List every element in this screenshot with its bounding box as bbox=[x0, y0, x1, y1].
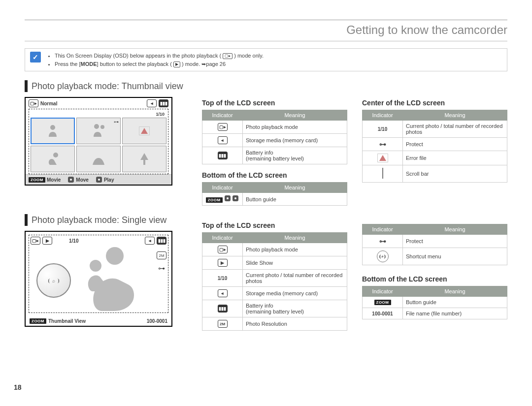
heading-bottom-lcd: Bottom of the LCD screen bbox=[202, 171, 347, 179]
zoom-icon: ZOOM bbox=[206, 197, 223, 203]
scrollbar-icon bbox=[382, 168, 383, 179]
svg-point-0 bbox=[53, 153, 58, 157]
slideshow-icon: ▶ bbox=[218, 259, 228, 267]
photo-count: 1/10 bbox=[31, 111, 166, 118]
card-icon: ◂ bbox=[145, 237, 155, 245]
battery-icon: ▮▮▮ bbox=[218, 305, 228, 312]
thumb-6 bbox=[122, 146, 166, 172]
photo-mode-icon: ▢▸ bbox=[31, 237, 40, 245]
card-icon: ◂ bbox=[218, 136, 228, 144]
protect-icon: ⊶ bbox=[379, 140, 386, 148]
heading-bottom-lcd-2: Bottom of the LCD screen bbox=[362, 275, 507, 283]
photo-mode-icon: ▢▸ bbox=[218, 123, 228, 131]
protect-icon: ⊶ bbox=[158, 264, 165, 272]
protect-icon: ⊶ bbox=[379, 237, 386, 245]
page-number: 18 bbox=[14, 383, 22, 391]
warning-icon bbox=[141, 128, 148, 134]
check-icon: ✓ bbox=[30, 52, 41, 62]
lcd-thumbnail-mock: ▢▸ Normal ◂ ▮▮▮ 1/10 ⊶ bbox=[25, 97, 172, 186]
note-line-2: Press the [MODE] button to select the pl… bbox=[55, 60, 264, 68]
rule-sub bbox=[25, 41, 507, 41]
note-box: ✓ This On Screen Display (OSD) below app… bbox=[25, 48, 507, 71]
table-bottom-2: IndicatorMeaning ZOOMButton guide 100-00… bbox=[362, 286, 507, 319]
heading-center-lcd: Center of the LCD screen bbox=[362, 99, 507, 107]
shortcut-wheel-icon: ⦗⌕⦘ bbox=[36, 263, 71, 298]
battery-icon: ▮▮▮ bbox=[157, 237, 166, 245]
shortcut-wheel-icon: ⦗⌕⦘ bbox=[377, 250, 389, 262]
protect-icon: ⊶ bbox=[114, 119, 119, 125]
card-icon: ◂ bbox=[147, 99, 157, 107]
rule-top bbox=[25, 20, 507, 20]
thumb-5 bbox=[76, 146, 121, 172]
playback-icon: ▶ bbox=[173, 62, 180, 67]
battery-icon: ▮▮▮ bbox=[159, 99, 168, 107]
table-center: IndicatorMeaning 1/10Current photo / tot… bbox=[362, 110, 507, 183]
table-top-2: IndicatorMeaning ▢▸Photo playback mode ▶… bbox=[202, 232, 347, 331]
zoom-icon: ZOOM bbox=[374, 300, 391, 305]
move-dot-icon bbox=[68, 177, 74, 183]
thumb-2: ⊶ bbox=[76, 118, 121, 144]
table-bottom-1: IndicatorMeaning ZOOM Button guide bbox=[202, 182, 347, 206]
table-top-1: IndicatorMeaning ▢▸Photo playback mode ◂… bbox=[202, 110, 347, 164]
file-number: 100-0001 bbox=[147, 318, 167, 324]
note-line-1: This On Screen Display (OSD) below appea… bbox=[55, 52, 264, 60]
zoom-label: ZOOM bbox=[29, 177, 45, 183]
dot-icon bbox=[225, 195, 231, 201]
thumb-3 bbox=[122, 118, 166, 144]
resolution-icon: 2M bbox=[218, 320, 228, 328]
card-icon: ◂ bbox=[218, 289, 228, 297]
section-thumbnail-view: Photo playback mode: Thumbnail view bbox=[25, 80, 507, 92]
warning-icon bbox=[379, 155, 386, 161]
lcd-single-mock: ▢▸ ▶ 1/10 ◂ ▮▮▮ 2M ⊶ ⦗⌕⦘ ZOOM Thumbnai bbox=[25, 231, 172, 327]
section-single-view: Photo playback mode: Single view bbox=[25, 214, 187, 226]
photo-mode-icon: ▢▸ bbox=[223, 53, 233, 59]
slideshow-icon: ▶ bbox=[42, 237, 52, 245]
photo-mode-icon: ▢▸ bbox=[218, 246, 228, 253]
play-dot-icon bbox=[96, 177, 102, 183]
table-top-2-right: IndicatorMeaning ⊶Protect ⦗⌕⦘Shortcut me… bbox=[362, 224, 507, 265]
zoom-label: ZOOM bbox=[30, 318, 46, 324]
thumb-4 bbox=[31, 146, 75, 172]
thumb-1 bbox=[31, 118, 75, 144]
dot-icon bbox=[233, 195, 238, 201]
heading-top-lcd-2: Top of the LCD screen bbox=[202, 221, 347, 229]
heading-top-lcd: Top of the LCD screen bbox=[202, 99, 347, 107]
battery-icon: ▮▮▮ bbox=[218, 152, 228, 159]
page-title: Getting to know the camcorder bbox=[25, 23, 507, 37]
resolution-icon: 2M bbox=[157, 251, 166, 259]
photo-mode-icon: ▢▸ bbox=[29, 99, 38, 107]
photo-count: 1/10 bbox=[69, 238, 78, 244]
